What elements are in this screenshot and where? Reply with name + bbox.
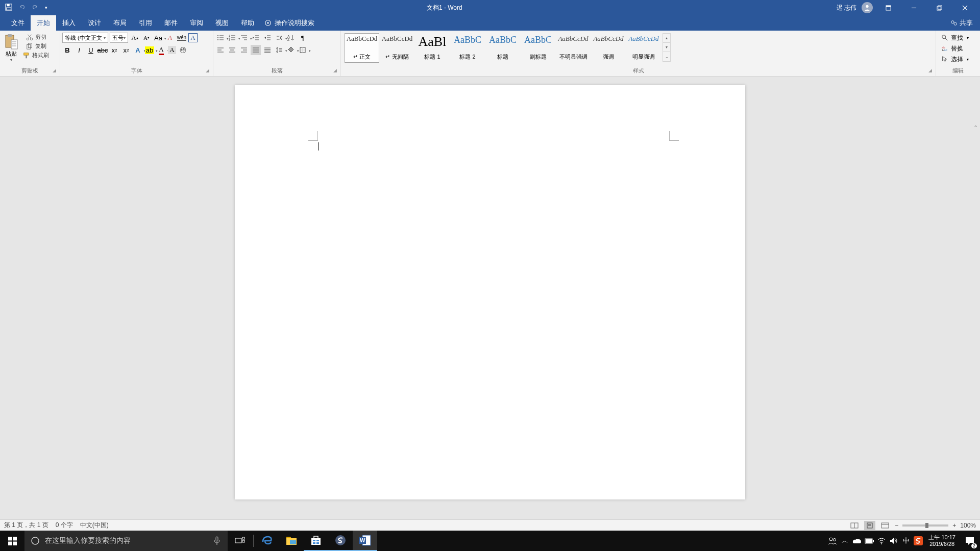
onedrive-icon[interactable] (851, 531, 863, 551)
wifi-icon[interactable] (875, 531, 888, 551)
ime-indicator[interactable]: 中 (900, 531, 912, 551)
style-标题 1[interactable]: AaBl标题 1 (415, 33, 450, 63)
tab-视图[interactable]: 视图 (209, 15, 235, 31)
zoom-in-icon[interactable]: + (952, 522, 956, 529)
user-name[interactable]: 迟 志伟 (837, 4, 856, 12)
clock[interactable]: 上午 10:17 2019/6/28 (924, 534, 960, 547)
char-shading-icon[interactable]: A (168, 46, 176, 54)
zoom-level[interactable]: 100% (960, 522, 976, 529)
paragraph-launcher-icon[interactable]: ◢ (331, 68, 338, 75)
collapse-ribbon-icon[interactable]: ⌃ (973, 124, 978, 131)
word-count[interactable]: 0 个字 (56, 521, 73, 530)
font-name-combo[interactable]: 等线 (中文正文▾ (62, 33, 108, 43)
bullets-icon[interactable]: ▾ (215, 33, 226, 43)
share-button[interactable]: 共享 (943, 18, 980, 28)
zoom-slider[interactable] (902, 524, 948, 527)
style-标题 2[interactable]: AaBbC标题 2 (450, 33, 485, 63)
read-mode-icon[interactable] (849, 521, 860, 530)
highlight-icon[interactable]: ab▾ (144, 45, 155, 55)
numbering-icon[interactable]: 123▾ (227, 33, 237, 43)
font-color-icon[interactable]: A▾ (156, 45, 166, 55)
save-icon[interactable] (5, 4, 12, 12)
bold-icon[interactable]: B (62, 45, 72, 55)
phonetic-guide-icon[interactable]: wén (177, 33, 187, 43)
task-view-icon[interactable] (228, 531, 252, 551)
paste-button[interactable]: 粘贴 ▾ (2, 33, 20, 63)
tab-布局[interactable]: 布局 (107, 15, 133, 31)
tab-邮件[interactable]: 邮件 (158, 15, 184, 31)
redo-icon[interactable] (32, 4, 39, 12)
print-layout-icon[interactable] (864, 521, 875, 530)
tab-审阅[interactable]: 审阅 (184, 15, 209, 31)
minimize-button[interactable] (903, 0, 924, 15)
tab-帮助[interactable]: 帮助 (235, 15, 260, 31)
maximize-button[interactable] (929, 0, 949, 15)
sogou-icon[interactable] (328, 531, 353, 551)
style-副标题[interactable]: AaBbC副标题 (521, 33, 555, 63)
style-明显强调[interactable]: AaBbCcDd明显强调 (626, 33, 661, 63)
italic-icon[interactable]: I (74, 45, 84, 55)
change-case-icon[interactable]: Aa▾ (153, 33, 163, 43)
tab-设计[interactable]: 设计 (82, 15, 107, 31)
explorer-icon[interactable] (279, 531, 304, 551)
line-spacing-icon[interactable]: ▾ (274, 45, 284, 55)
show-marks-icon[interactable]: ¶ (298, 33, 308, 43)
subscript-icon[interactable]: x2 (109, 45, 119, 55)
align-right-icon[interactable] (239, 45, 249, 55)
ime-sogou-icon[interactable] (912, 531, 924, 551)
replace-button[interactable]: abac替换 (941, 43, 969, 54)
char-border-icon[interactable]: A (188, 33, 198, 42)
tab-插入[interactable]: 插入 (56, 15, 82, 31)
tell-me-search[interactable]: 操作说明搜索 (264, 18, 314, 28)
taskbar-search[interactable]: 在这里输入你要搜索的内容 (24, 531, 228, 551)
font-launcher-icon[interactable]: ◢ (204, 68, 211, 75)
notification-icon[interactable]: 2 (960, 531, 980, 551)
undo-icon[interactable] (18, 4, 26, 12)
align-left-icon[interactable] (215, 45, 226, 55)
cut-button[interactable]: 剪切 (25, 33, 47, 41)
tab-文件[interactable]: 文件 (5, 15, 31, 31)
style-gallery-more[interactable]: ▴▾⌄ (663, 33, 671, 62)
start-button[interactable] (0, 531, 24, 551)
clipboard-launcher-icon[interactable]: ◢ (51, 68, 58, 75)
volume-icon[interactable] (888, 531, 900, 551)
mic-icon[interactable] (212, 536, 222, 545)
select-button[interactable]: 选择▾ (941, 54, 969, 64)
superscript-icon[interactable]: x2 (121, 45, 131, 55)
multilevel-list-icon[interactable]: ▾ (239, 33, 249, 43)
page[interactable] (235, 85, 745, 499)
copy-button[interactable]: 复制 (25, 42, 47, 51)
underline-icon[interactable]: U▾ (86, 45, 96, 55)
find-button[interactable]: 查找▾ (941, 33, 969, 43)
edge-icon[interactable] (255, 531, 279, 551)
close-button[interactable] (954, 0, 975, 15)
tab-引用[interactable]: 引用 (133, 15, 158, 31)
user-avatar[interactable] (862, 2, 873, 13)
styles-launcher-icon[interactable]: ◢ (926, 68, 934, 75)
borders-icon[interactable]: ▾ (298, 45, 308, 55)
shading-icon[interactable]: ▾ (286, 45, 296, 55)
style-标题[interactable]: AaBbC标题 (485, 33, 520, 63)
text-effects-icon[interactable]: A▾ (133, 45, 143, 55)
language-indicator[interactable]: 中文(中国) (80, 521, 109, 530)
decrease-indent-icon[interactable] (251, 33, 261, 43)
strikethrough-icon[interactable]: abc (97, 45, 108, 55)
shrink-font-icon[interactable]: A▾ (141, 33, 152, 43)
web-layout-icon[interactable] (879, 521, 891, 530)
enclose-char-icon[interactable]: ㊕ (178, 45, 188, 55)
word-icon[interactable]: W (353, 531, 377, 551)
distribute-icon[interactable] (262, 45, 273, 55)
clear-formatting-icon[interactable]: A (165, 33, 175, 43)
tray-chevron-icon[interactable]: ︿ (839, 531, 851, 551)
font-size-combo[interactable]: 五号▾ (110, 33, 128, 43)
page-indicator[interactable]: 第 1 页，共 1 页 (4, 521, 48, 530)
tab-开始[interactable]: 开始 (31, 15, 56, 31)
sort-icon[interactable]: AZ (286, 33, 296, 43)
style-强调[interactable]: AaBbCcDd强调 (591, 33, 626, 63)
grow-font-icon[interactable]: A▴ (130, 33, 140, 43)
qat-customize-icon[interactable]: ▾ (45, 5, 47, 10)
style-无间隔[interactable]: AaBbCcDd↵ 无间隔 (380, 33, 414, 63)
zoom-out-icon[interactable]: − (895, 522, 898, 529)
asian-layout-icon[interactable]: ▾ (274, 33, 284, 43)
store-icon[interactable] (304, 531, 328, 551)
